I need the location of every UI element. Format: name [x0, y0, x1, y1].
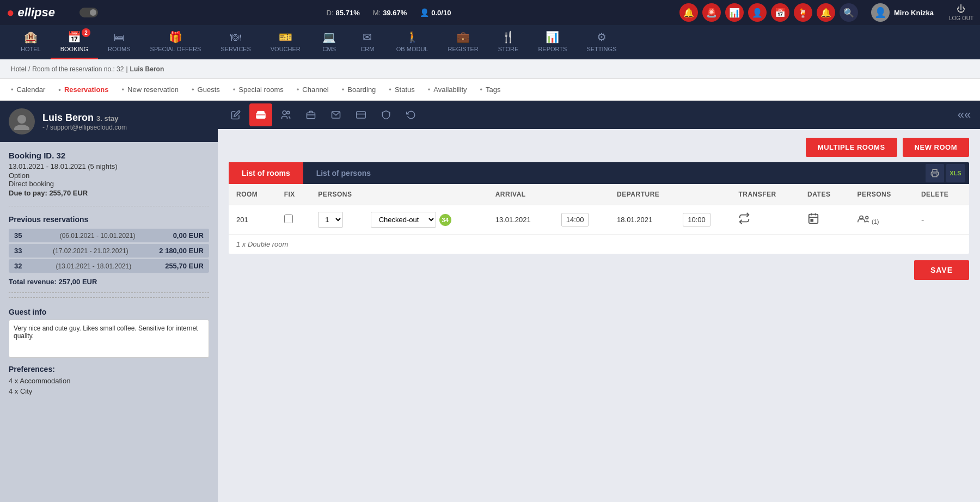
nav-special-offers[interactable]: 🎁 SPECIAL OFFERS [140, 25, 211, 59]
guest-email: - / support@ellipsecloud.com [42, 124, 127, 131]
nav-booking[interactable]: 📅 BOOKING 2 [51, 25, 98, 59]
reservation-row-33[interactable]: 33 (17.02.2021 - 21.02.2021) 2 180,00 EU… [9, 244, 209, 258]
persons-dropdown[interactable]: 1 2 3 [318, 212, 343, 228]
cell-fix[interactable] [277, 205, 311, 235]
sub-nav-tags[interactable]: • Tags [480, 85, 501, 94]
nav-ob-modul[interactable]: 🚶 OB MODUL [387, 25, 438, 59]
tool-tab-credit-card[interactable] [350, 103, 372, 126]
nav-cms[interactable]: 💻 CMS [310, 25, 348, 59]
status-dropdown[interactable]: Checked-out Checked-in Reserved [371, 212, 436, 228]
cell-transfer[interactable] [731, 205, 800, 235]
alert-icon-btn[interactable]: 🚨 [702, 3, 721, 22]
cell-persons-select[interactable]: 1 2 3 [310, 205, 363, 235]
nav-crm[interactable]: ✉ CRM [348, 25, 387, 59]
nav-rooms[interactable]: 🛏 ROOMS [98, 25, 140, 59]
user-info[interactable]: 👤 Miro Knizka [871, 3, 934, 22]
reservation-row-35[interactable]: 35 (06.01.2021 - 10.01.2021) 0,00 EUR [9, 229, 209, 242]
sub-nav-new-reservation[interactable]: • New reservation [122, 85, 179, 94]
reservation-row-32[interactable]: 32 (13.01.2021 - 18.01.2021) 255,70 EUR [9, 259, 209, 273]
svg-rect-11 [933, 174, 937, 176]
tab-list-of-rooms[interactable]: List of rooms [229, 162, 303, 184]
main-layout: Luis Beron 3. stay - / support@ellipsecl… [0, 101, 980, 502]
notification-icon-btn[interactable]: 🔔 [679, 3, 698, 22]
persons-icon[interactable]: (1) [857, 216, 879, 225]
cell-status[interactable]: Checked-out Checked-in Reserved 34 [363, 205, 488, 235]
guest-info-textarea[interactable]: Very nice and cute guy. Likes small coff… [9, 320, 209, 358]
tool-tab-edit[interactable] [224, 103, 247, 126]
fix-checkbox[interactable] [284, 215, 293, 223]
svg-point-4 [283, 111, 286, 115]
booking-badge: 2 [82, 28, 90, 37]
cell-room-number: 201 [229, 205, 277, 235]
sub-nav-reservations[interactable]: • Reservations [58, 85, 108, 94]
sub-nav-availability[interactable]: • Availability [428, 85, 467, 94]
tool-tab-persons[interactable] [274, 103, 297, 126]
user-icon-btn[interactable]: 👤 [748, 3, 767, 22]
cell-persons-icon[interactable]: (1) [850, 205, 914, 235]
nav-voucher-label: VOUCHER [271, 46, 301, 52]
tool-tab-shield[interactable] [375, 103, 397, 126]
breadcrumb-hotel[interactable]: Hotel [11, 65, 26, 73]
delete-dash[interactable]: - [921, 215, 924, 224]
dates-icon[interactable] [807, 216, 819, 226]
cell-dates[interactable] [800, 205, 849, 235]
save-button[interactable]: SAVE [914, 260, 969, 280]
nav-booking-label: BOOKING [60, 46, 88, 52]
dot-icon: • [192, 85, 194, 94]
guest-avatar [9, 108, 35, 134]
nav-services[interactable]: 🍽 SERVICES [211, 25, 260, 59]
user-name: Miro Knizka [894, 9, 934, 17]
settings-icon: ⚙ [597, 30, 607, 44]
chart-icon-btn[interactable]: 📊 [725, 3, 744, 22]
sub-nav-tags-label: Tags [486, 85, 500, 94]
nav-register[interactable]: 💼 REGISTER [438, 25, 488, 59]
sub-nav-special-rooms[interactable]: • Special rooms [233, 85, 284, 94]
rooms-table-container: ROOM FIX PERSONS ARRIVAL DEPARTURE TRANS… [229, 184, 969, 254]
calendar-icon-btn[interactable]: 📅 [771, 3, 789, 22]
nav-rooms-label: ROOMS [108, 46, 131, 52]
preferences-title: Preferences: [0, 359, 218, 376]
preference-item-1: 4 x City [0, 386, 218, 396]
tab-list-of-persons[interactable]: List of persons [303, 162, 384, 184]
top-icon-buttons: 🔔 🚨 📊 👤 📅 🍹 🔔 🔍 [679, 3, 858, 22]
booking-details: Booking ID. 32 13.01.2021 - 18.01.2021 (… [0, 142, 218, 201]
room-type-note: 1 x Double room [229, 235, 969, 254]
res-amount-32: 255,70 EUR [165, 262, 204, 270]
stat-d: D: 85.71% [327, 9, 360, 17]
breadcrumb-guest: Luis Beron [130, 65, 164, 73]
sub-nav-status[interactable]: • Status [389, 85, 414, 94]
app-logo[interactable]: ● ellipse [7, 5, 66, 20]
svg-rect-3 [257, 111, 264, 114]
nav-settings[interactable]: ⚙ SETTINGS [577, 25, 626, 59]
tool-tab-email[interactable] [324, 103, 347, 126]
print-button[interactable] [926, 164, 944, 182]
tool-tab-refresh[interactable] [400, 103, 422, 126]
tool-tab-bed[interactable] [249, 103, 272, 126]
tool-tab-briefcase[interactable] [299, 103, 322, 126]
logout-button[interactable]: ⏻ LOG OUT [949, 4, 973, 21]
rooms-icon: 🛏 [114, 31, 125, 44]
export-xls-button[interactable]: XLS [946, 164, 965, 182]
cell-departure-time[interactable]: 10:00 [675, 205, 731, 235]
multiple-rooms-button[interactable]: MULTIPLE ROOMS [806, 138, 897, 157]
drink-icon-btn[interactable]: 🍹 [794, 3, 812, 22]
new-room-button[interactable]: NEW ROOM [903, 138, 969, 157]
transfer-icon[interactable] [738, 216, 750, 226]
bell-icon-btn[interactable]: 🔔 [817, 3, 835, 22]
nav-reports[interactable]: 📊 REPORTS [528, 25, 577, 59]
sub-nav-guests[interactable]: • Guests [192, 85, 220, 94]
nav-store[interactable]: 🍴 STORE [488, 25, 529, 59]
theme-toggle[interactable] [79, 8, 98, 17]
app-name: ellipse [18, 5, 55, 20]
breadcrumb-reservation[interactable]: Room of the reservation no.: 32 [32, 65, 124, 73]
search-icon-btn[interactable]: 🔍 [840, 3, 858, 22]
back-button[interactable]: «« [955, 106, 973, 124]
nav-voucher[interactable]: 🎫 VOUCHER [261, 25, 310, 59]
cell-delete[interactable]: - [914, 205, 969, 235]
sub-nav-channel[interactable]: • Channel [297, 85, 329, 94]
nav-hotel[interactable]: 🏨 HOTEL [11, 25, 51, 59]
cell-arrival-time[interactable]: 14:00 [554, 205, 609, 235]
booking-id: Booking ID. 32 [9, 151, 209, 160]
sub-nav-boarding[interactable]: • Boarding [342, 85, 376, 94]
sub-nav-calendar[interactable]: • Calendar [11, 85, 45, 94]
